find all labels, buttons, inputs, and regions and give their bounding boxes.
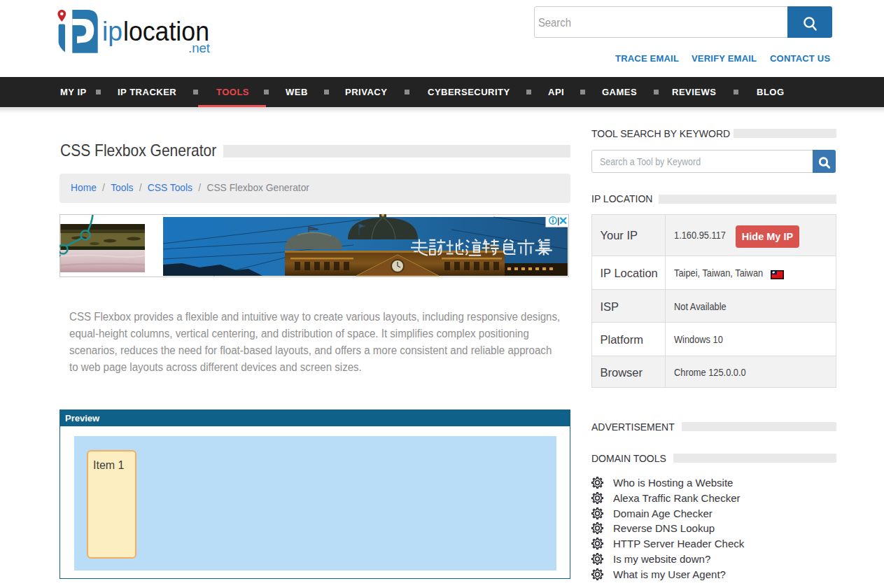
svg-text:.net: .net: [188, 41, 210, 55]
svg-text:ip: ip: [102, 17, 122, 46]
